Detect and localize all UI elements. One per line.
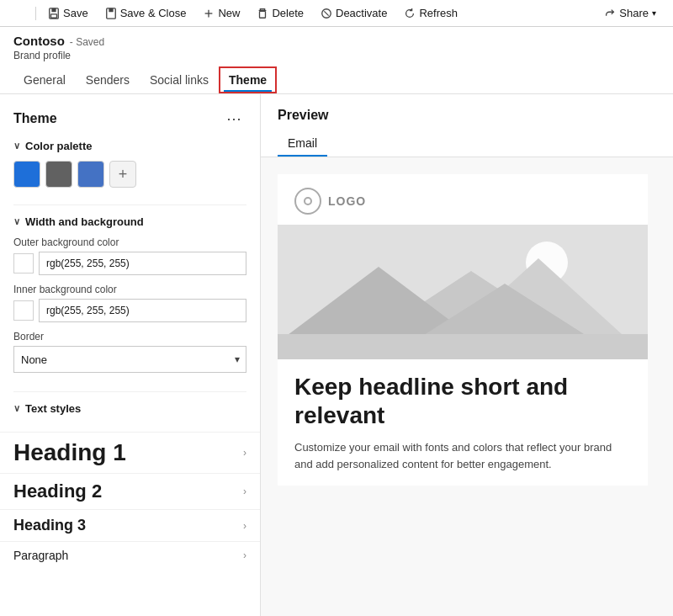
save-button[interactable]: Save xyxy=(41,3,95,23)
logo-area: LOGO xyxy=(278,174,648,225)
email-paragraph: Customize your email with fonts and colo… xyxy=(294,439,631,472)
heading2-chevron-icon: › xyxy=(243,486,246,497)
email-body: Keep headline short and relevant Customi… xyxy=(278,373,648,486)
logo-inner-circle xyxy=(304,197,312,205)
email-preview-card: LOGO xyxy=(278,174,648,486)
delete-button[interactable]: Delete xyxy=(250,3,310,23)
width-background-header[interactable]: ∨ Width and background xyxy=(13,215,246,228)
svg-line-9 xyxy=(324,11,328,15)
outer-bg-color-box[interactable] xyxy=(13,253,34,273)
panel-title: Theme xyxy=(13,111,57,126)
heading3-item[interactable]: Heading 3 › xyxy=(0,509,260,541)
inner-bg-color-box[interactable] xyxy=(13,300,34,321)
hero-image xyxy=(278,225,648,359)
save-close-button[interactable]: Save & Close xyxy=(98,3,193,23)
left-panel: Theme ⋯ ∨ Color palette + ∨ Width and ba… xyxy=(0,94,261,616)
tab-social-links[interactable]: Social links xyxy=(140,66,219,93)
heading1-chevron-icon: › xyxy=(243,447,246,459)
inner-bg-input-row xyxy=(13,299,246,322)
border-select[interactable]: None Thin Medium Thick xyxy=(13,346,246,373)
main-content: Theme ⋯ ∨ Color palette + ∨ Width and ba… xyxy=(0,94,673,616)
border-select-wrapper: None Thin Medium Thick xyxy=(13,346,246,373)
email-headline: Keep headline short and relevant xyxy=(294,373,631,429)
new-button[interactable]: New xyxy=(196,3,246,23)
text-styles-label: Text styles xyxy=(25,402,81,415)
preview-header: Preview Email xyxy=(261,94,673,157)
swatch-gray[interactable] xyxy=(45,161,72,188)
text-styles-chevron-icon: ∨ xyxy=(13,403,20,414)
width-background-label: Width and background xyxy=(25,215,144,228)
svg-rect-1 xyxy=(51,8,56,11)
outer-bg-field: Outer background color xyxy=(13,236,246,275)
heading3-chevron-icon: › xyxy=(243,520,246,532)
header: Contoso - Saved Brand profile General Se… xyxy=(0,27,673,94)
text-styles-section: ∨ Text styles Heading 1 › Heading 2 › He… xyxy=(0,402,260,569)
deactivate-button[interactable]: Deactivate xyxy=(314,3,394,23)
heading1-label: Heading 1 xyxy=(13,439,126,466)
toolbar: Save Save & Close New Delete Deactivate … xyxy=(0,0,673,27)
add-swatch-button[interactable]: + xyxy=(109,161,136,188)
inner-bg-input[interactable] xyxy=(39,299,246,322)
inner-bg-label: Inner background color xyxy=(13,284,246,295)
saved-status: - Saved xyxy=(70,36,104,48)
panel-menu-button[interactable]: ⋯ xyxy=(221,108,246,130)
heading2-item[interactable]: Heading 2 › xyxy=(0,473,260,509)
panel-header: Theme ⋯ xyxy=(0,94,260,140)
tab-general[interactable]: General xyxy=(13,66,76,93)
border-field: Border None Thin Medium Thick xyxy=(13,331,246,373)
color-swatches: + xyxy=(13,161,246,188)
paragraph-label: Paragraph xyxy=(13,549,68,562)
back-button[interactable] xyxy=(7,3,17,23)
brand-profile-label: Brand profile xyxy=(13,50,660,61)
share-button[interactable]: Share ▾ xyxy=(594,3,666,23)
color-palette-chevron-icon: ∨ xyxy=(13,141,20,151)
heading3-label: Heading 3 xyxy=(13,517,86,534)
svg-rect-7 xyxy=(260,11,266,18)
logo-text: LOGO xyxy=(328,194,366,208)
logo-circle-icon xyxy=(294,188,321,215)
right-panel: Preview Email LOGO xyxy=(261,94,673,616)
refresh-button[interactable]: Refresh xyxy=(397,3,464,23)
preview-tab-email[interactable]: Email xyxy=(278,130,327,157)
width-background-section: ∨ Width and background Outer background … xyxy=(0,215,260,391)
preview-content: LOGO xyxy=(261,157,673,502)
tab-navigation: General Senders Social links Theme xyxy=(13,66,660,93)
forward-button[interactable] xyxy=(20,3,30,23)
swatch-blue[interactable] xyxy=(13,161,40,188)
swatch-blue2[interactable] xyxy=(77,161,104,188)
divider xyxy=(13,204,246,205)
share-chevron-icon: ▾ xyxy=(652,8,656,18)
outer-bg-label: Outer background color xyxy=(13,236,246,248)
preview-title: Preview xyxy=(278,108,656,123)
width-background-chevron-icon: ∨ xyxy=(13,216,20,227)
border-label: Border xyxy=(13,331,246,343)
divider-1 xyxy=(35,7,36,20)
svg-rect-4 xyxy=(109,8,113,11)
text-styles-header[interactable]: ∨ Text styles xyxy=(0,402,260,423)
heading1-item[interactable]: Heading 1 › xyxy=(0,432,260,473)
outer-bg-input[interactable] xyxy=(39,252,246,275)
app-title: Contoso xyxy=(13,34,65,48)
paragraph-chevron-icon: › xyxy=(243,550,246,561)
hero-image-svg xyxy=(278,225,648,359)
inner-bg-field: Inner background color xyxy=(13,284,246,322)
color-palette-label: Color palette xyxy=(25,140,92,152)
outer-bg-input-row xyxy=(13,252,246,275)
color-palette-section: ∨ Color palette + xyxy=(0,140,260,204)
svg-rect-16 xyxy=(278,334,648,359)
heading2-label: Heading 2 xyxy=(13,481,102,502)
color-palette-header[interactable]: ∨ Color palette xyxy=(13,140,246,152)
tab-senders[interactable]: Senders xyxy=(76,66,140,93)
paragraph-item[interactable]: Paragraph › xyxy=(0,541,260,569)
divider2 xyxy=(13,391,246,392)
svg-rect-2 xyxy=(51,13,57,17)
preview-tab-nav: Email xyxy=(278,130,656,157)
tab-theme[interactable]: Theme xyxy=(219,66,277,93)
